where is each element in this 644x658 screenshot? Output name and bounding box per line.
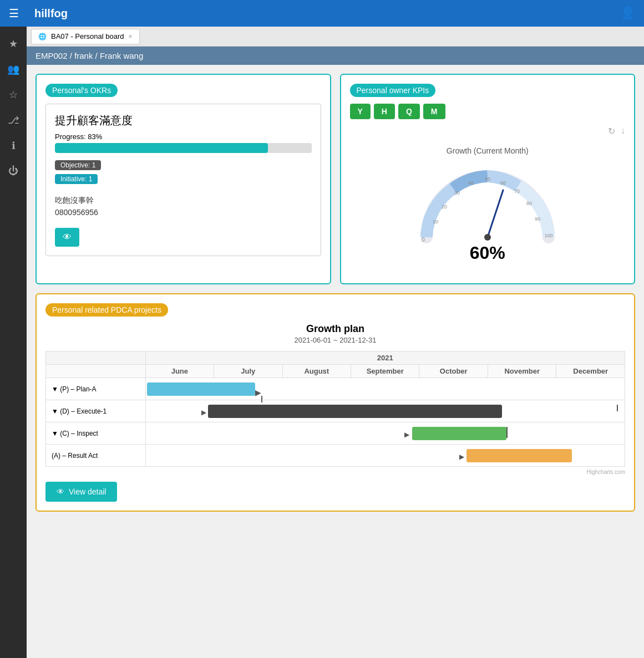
sidebar-star-icon[interactable]: ★ — [2, 33, 24, 54]
highcharts-credit: Highcharts.com — [45, 469, 625, 475]
row-execute-label: ▼ (D) – Execute-1 — [46, 400, 146, 422]
row-plan-cell: ▶ — [145, 378, 625, 400]
main-content: Personal's OKRs 提升顧客滿意度 Progress: 83% Ob… — [27, 65, 644, 529]
execute-bar — [208, 405, 502, 418]
initiative-badge: Initiative: 1 — [55, 174, 312, 187]
svg-text:80: 80 — [526, 201, 532, 206]
svg-point-12 — [484, 234, 491, 241]
pdca-card-title: Personal related PDCA projects — [45, 303, 168, 317]
result-bar — [466, 449, 572, 462]
gauge-title: Growth (Current Month) — [447, 146, 529, 155]
row-inspect-cell: ▶ — [145, 422, 625, 445]
kpi-btn-y[interactable]: Y — [350, 104, 371, 119]
gantt-label-header — [46, 365, 146, 378]
gauge-container: Growth (Current Month) 0 — [350, 141, 626, 269]
row-inspect-label: ▼ (C) – Inspect — [46, 422, 146, 445]
sidebar-users-icon[interactable]: 👥 — [2, 59, 24, 80]
svg-text:50: 50 — [485, 176, 490, 182]
kpi-action-icons: ↻ ↓ — [350, 126, 626, 136]
inspect-start-arrow: ▶ — [404, 431, 409, 438]
tab-label: BA07 - Personal board — [51, 32, 124, 40]
chart-subtitle: 2021-06-01 ~ 2021-12-31 — [45, 336, 625, 344]
tab-bar: 🌐 BA07 - Personal board × — [27, 27, 644, 47]
gantt-row-inspect: ▼ (C) – Inspect ▶ — [46, 422, 625, 445]
execute-start-arrow: ▶ — [201, 409, 206, 416]
month-september: September — [351, 365, 419, 378]
sidebar-bookmark-icon[interactable]: ☆ — [2, 84, 24, 105]
tab-globe-icon: 🌐 — [38, 33, 47, 40]
month-july: July — [214, 365, 282, 378]
hamburger-icon[interactable]: ☰ — [9, 7, 19, 20]
svg-text:10: 10 — [433, 219, 438, 225]
brand-name: hillfog — [34, 7, 68, 20]
plan-bar — [147, 382, 255, 396]
gantt-wrapper: 2021 June July August September October … — [45, 351, 625, 467]
kpi-btn-m[interactable]: M — [423, 104, 445, 119]
view-detail-eye-icon: 👁 — [57, 487, 64, 496]
svg-text:20: 20 — [442, 204, 447, 210]
okr-card-title: Personal's OKRs — [45, 84, 118, 97]
svg-text:100: 100 — [544, 233, 552, 238]
kpi-btn-q[interactable]: Q — [398, 104, 420, 119]
okr-eye-button[interactable]: 👁 — [55, 228, 79, 247]
tab-personal-board[interactable]: 🌐 BA07 - Personal board × — [31, 29, 140, 44]
kpi-card: Personal owner KPIs Y H Q M ↻ ↓ Growth (… — [340, 74, 636, 284]
okr-inner: 提升顧客滿意度 Progress: 83% Objective: 1 Initi… — [45, 104, 321, 256]
row-result-cell: ▶ — [145, 445, 625, 467]
gauge-value: 60% — [470, 243, 505, 263]
sidebar-git-icon[interactable]: ⎇ — [2, 110, 24, 131]
sidebar-power-icon[interactable]: ⏻ — [2, 161, 24, 181]
month-december: December — [556, 365, 625, 378]
tab-close-button[interactable]: × — [129, 33, 133, 40]
svg-text:30: 30 — [454, 190, 460, 196]
svg-text:60: 60 — [500, 180, 506, 186]
result-start-arrow: ▶ — [459, 453, 464, 461]
objective-badge: Objective: 1 — [55, 160, 312, 174]
pdca-card: Personal related PDCA projects Growth pl… — [36, 293, 635, 512]
top-nav: ☰ hillfog 👤 — [0, 0, 644, 27]
gantt-row-result: (A) – Result Act ▶ — [46, 445, 625, 467]
user-icon[interactable]: 👤 — [620, 6, 635, 21]
svg-text:70: 70 — [514, 188, 520, 194]
inspect-end-line — [506, 427, 508, 438]
progress-bar-bg — [55, 143, 312, 153]
kpi-buttons: Y H Q M — [350, 104, 626, 119]
progress-label: Progress: 83% — [55, 132, 312, 141]
row-result-label: (A) – Result Act — [46, 445, 146, 467]
gantt-table: 2021 June July August September October … — [45, 351, 625, 467]
gantt-corner — [46, 351, 146, 365]
progress-bar-fill — [55, 143, 268, 153]
kpi-btn-h[interactable]: H — [374, 104, 395, 119]
okr-title: 提升顧客滿意度 — [55, 113, 312, 128]
view-detail-button[interactable]: 👁 View detail — [45, 482, 117, 502]
download-icon[interactable]: ↓ — [621, 126, 625, 136]
okr-card: Personal's OKRs 提升顧客滿意度 Progress: 83% Ob… — [36, 74, 331, 284]
plan-arrow: ▶ — [255, 388, 261, 397]
month-june: June — [145, 365, 214, 378]
kpi-card-title: Personal owner KPIs — [350, 84, 436, 97]
month-october: October — [419, 365, 488, 378]
refresh-icon[interactable]: ↻ — [608, 126, 615, 136]
month-november: November — [488, 365, 556, 378]
row-plan-label: ▼ (P) – Plan-A — [46, 378, 146, 400]
svg-text:0: 0 — [422, 237, 425, 243]
sidebar: ★ 👥 ☆ ⎇ ℹ ⏻ — [0, 27, 27, 658]
gauge-chart: 0 10 20 30 40 50 60 70 80 — [415, 160, 560, 248]
execute-end-line — [617, 405, 618, 411]
svg-text:90: 90 — [535, 216, 540, 222]
svg-line-11 — [488, 190, 503, 237]
breadcrumb: EMP002 / frank / Frank wang — [27, 47, 644, 65]
okr-extra: 吃飽沒事幹 0800956956 — [55, 194, 312, 219]
gantt-row-plan: ▼ (P) – Plan-A ▶ — [46, 378, 625, 400]
month-august: August — [282, 365, 351, 378]
row-execute-cell: ▶ — [145, 400, 625, 422]
sidebar-info-icon[interactable]: ℹ — [2, 135, 24, 156]
cards-row: Personal's OKRs 提升顧客滿意度 Progress: 83% Ob… — [36, 74, 635, 284]
gantt-row-execute: ▼ (D) – Execute-1 ▶ — [46, 400, 625, 422]
gantt-months-row: June July August September October Novem… — [46, 365, 625, 378]
gantt-year: 2021 — [145, 351, 625, 365]
svg-text:40: 40 — [468, 180, 474, 186]
chart-title: Growth plan — [45, 323, 625, 335]
inspect-bar — [412, 427, 506, 440]
